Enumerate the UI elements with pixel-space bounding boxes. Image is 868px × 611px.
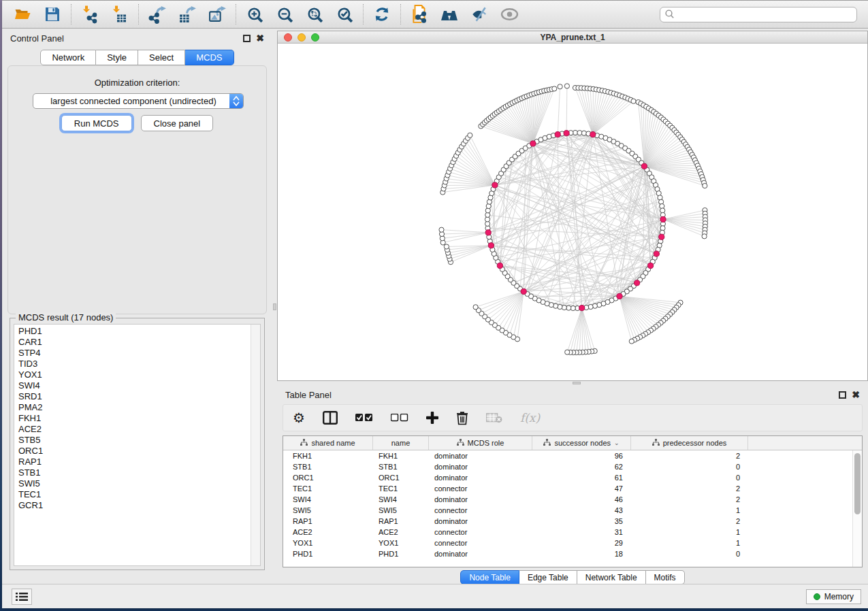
table-row-SWI5[interactable]: SWI5SWI5connector431 — [283, 505, 862, 516]
deselect-all-icon[interactable] — [391, 408, 408, 428]
mcds-result-item[interactable]: CAR1 — [14, 337, 250, 348]
splitter-grip[interactable] — [573, 382, 581, 384]
cell-predecessor_nodes: 2 — [631, 483, 748, 494]
tab-edge-table[interactable]: Edge Table — [519, 570, 577, 584]
clone-network-icon[interactable] — [404, 2, 434, 27]
cell-shared_name: FKH1 — [283, 450, 373, 461]
select-all-icon[interactable] — [355, 408, 373, 428]
save-icon[interactable] — [37, 2, 67, 27]
float-panel-icon[interactable] — [839, 391, 846, 399]
mcds-result-item[interactable]: FKH1 — [14, 413, 250, 424]
cell-shared_name: RAP1 — [283, 516, 373, 527]
mcds-result-item[interactable]: TEC1 — [14, 489, 250, 500]
float-panel-icon[interactable] — [243, 35, 251, 42]
mcds-result-item[interactable]: STB5 — [14, 435, 250, 446]
import-network-icon[interactable] — [75, 2, 105, 27]
criterion-select[interactable]: largest connected component (undirected) — [33, 93, 244, 109]
search-input[interactable] — [660, 7, 857, 22]
task-history-button[interactable] — [12, 589, 32, 605]
mcds-result-item[interactable]: GCR1 — [14, 500, 250, 511]
network-canvas[interactable] — [278, 44, 867, 380]
column-header-shared-name[interactable]: shared name — [283, 436, 373, 450]
table-row-YOX1[interactable]: YOX1YOX1connector291 — [283, 538, 862, 548]
cell-name: RAP1 — [373, 516, 429, 527]
table-scrollbar[interactable] — [852, 450, 862, 567]
mcds-result-group: MCDS result (17 nodes) PHD1CAR1STP4TID3Y… — [10, 318, 265, 570]
table-row-ACE2[interactable]: ACE2ACE2connector311 — [283, 527, 862, 538]
tab-network-table[interactable]: Network Table — [577, 570, 646, 584]
export-table-icon[interactable] — [172, 2, 202, 27]
table-row-RAP1[interactable]: RAP1RAP1dominator352 — [283, 516, 862, 527]
table-row-TEC1[interactable]: TEC1TEC1connector472 — [283, 483, 862, 494]
tab-motifs[interactable]: Motifs — [646, 570, 685, 584]
column-header-successor-nodes[interactable]: successor nodes⌄ — [532, 436, 631, 450]
zoom-fit-icon[interactable] — [300, 2, 329, 27]
table-row-STB1[interactable]: STB1STB1dominator620 — [283, 461, 862, 472]
tab-network[interactable]: Network — [40, 50, 96, 65]
show-details-icon[interactable] — [494, 2, 524, 27]
column-header-name[interactable]: name — [373, 436, 429, 450]
cell-predecessor_nodes: 1 — [631, 527, 748, 538]
vertical-splitter[interactable] — [272, 29, 277, 584]
mcds-result-item[interactable]: STP4 — [14, 348, 250, 359]
mcds-result-item[interactable]: PHD1 — [14, 326, 250, 337]
search-icon — [664, 9, 675, 20]
tab-style[interactable]: Style — [96, 50, 138, 65]
column-view-icon[interactable] — [323, 408, 338, 428]
mcds-result-item[interactable]: ORC1 — [14, 446, 250, 457]
mcds-result-item[interactable]: STB1 — [14, 467, 250, 478]
column-header-predecessor-nodes[interactable]: predecessor nodes — [631, 436, 748, 450]
network-window-titlebar[interactable]: YPA_prune.txt_1 — [278, 31, 867, 44]
import-table-icon[interactable] — [105, 2, 135, 27]
memory-button[interactable]: Memory — [806, 589, 861, 604]
cell-name: TEC1 — [373, 483, 429, 494]
tab-node-table[interactable]: Node Table — [460, 570, 519, 584]
table-row-FKH1[interactable]: FKH1FKH1dominator962 — [283, 450, 862, 461]
delete-column-icon[interactable] — [456, 408, 468, 428]
mcds-list-scrollbar[interactable] — [251, 325, 260, 565]
mcds-result-item[interactable]: SRD1 — [14, 391, 250, 402]
mcds-result-item[interactable]: SWI4 — [14, 380, 250, 391]
cell-successor_nodes: 43 — [532, 505, 631, 516]
mcds-result-item[interactable]: SWI5 — [14, 478, 250, 489]
tab-mcds[interactable]: MCDS — [185, 50, 234, 65]
splitter-grip[interactable] — [273, 303, 276, 310]
close-panel-icon[interactable]: ✖ — [256, 35, 264, 42]
export-network-icon[interactable] — [142, 2, 172, 27]
tab-select[interactable]: Select — [138, 50, 185, 65]
cell-successor_nodes: 35 — [532, 516, 631, 527]
mcds-result-item[interactable]: PMA2 — [14, 402, 250, 413]
cell-name: STB1 — [373, 461, 429, 472]
column-header-filler — [748, 436, 862, 450]
criterion-selected-value: largest connected component (undirected) — [33, 96, 229, 106]
table-settings-icon[interactable]: ⚙ — [293, 408, 305, 428]
table-row-PHD1[interactable]: PHD1PHD1dominator180 — [283, 548, 862, 559]
mcds-result-item[interactable]: RAP1 — [14, 457, 250, 467]
application-window: Control Panel ✖ NetworkStyleSelectMCDS O… — [2, 0, 868, 608]
table-row-ORC1[interactable]: ORC1ORC1dominator610 — [283, 472, 862, 483]
mcds-result-item[interactable]: TID3 — [14, 359, 250, 369]
export-image-icon[interactable] — [202, 2, 232, 27]
add-column-icon[interactable] — [426, 408, 438, 428]
zoom-out-icon[interactable] — [270, 2, 300, 27]
column-header-MCDS-role[interactable]: MCDS role — [429, 436, 532, 450]
open-icon[interactable] — [7, 2, 37, 27]
node-attribute-icon — [457, 439, 464, 448]
mcds-result-item[interactable]: ACE2 — [14, 424, 250, 435]
close-panel-icon[interactable]: ✖ — [852, 391, 860, 399]
toolbar-separator — [71, 4, 71, 24]
run-mcds-button[interactable]: Run MCDS — [61, 115, 132, 131]
hide-details-icon[interactable] — [464, 2, 494, 27]
select-stepper-icon — [229, 94, 243, 108]
mcds-result-title: MCDS result (17 nodes) — [16, 312, 116, 323]
zoom-selected-icon[interactable] — [329, 2, 359, 27]
zoom-in-icon[interactable] — [240, 2, 270, 27]
cell-mcds_role: dominator — [429, 461, 532, 472]
search-network-icon[interactable] — [434, 2, 464, 27]
cell-mcds_role: connector — [429, 483, 532, 494]
close-panel-button[interactable]: Close panel — [141, 115, 214, 131]
table-row-SWI4[interactable]: SWI4SWI4dominator462 — [283, 494, 862, 505]
scrollbar-thumb[interactable] — [854, 453, 861, 514]
refresh-icon[interactable] — [367, 2, 397, 27]
mcds-result-item[interactable]: YOX1 — [14, 369, 250, 380]
